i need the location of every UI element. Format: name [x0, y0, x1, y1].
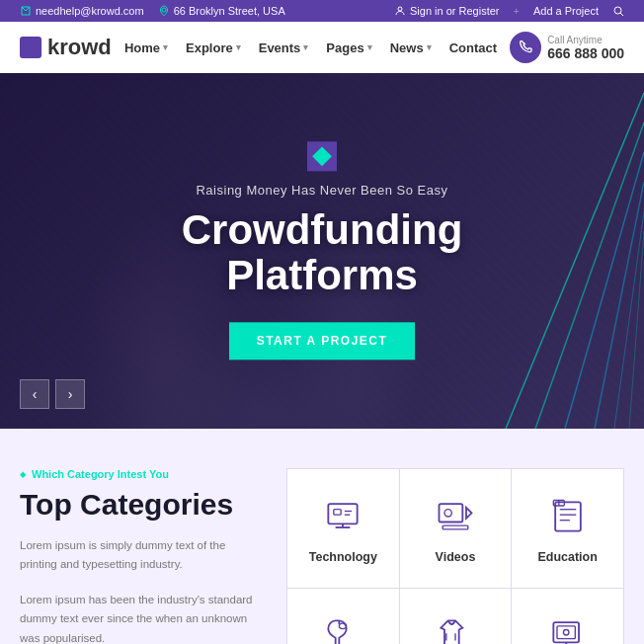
- call-label: Call Anytime: [547, 35, 624, 45]
- categories-desc-1: Lorem ipsum is simply dummy text of the …: [20, 536, 257, 575]
- nav-links: Home ▾ Explore ▾ Events ▾ Pages ▾ News ▾…: [124, 40, 497, 55]
- categories-section: Which Category Intest You Top Categories…: [0, 429, 644, 644]
- location-icon: [158, 5, 170, 17]
- hero-section: Raising Money Has Never Been So Easy Cro…: [0, 73, 644, 429]
- svg-point-21: [444, 509, 451, 516]
- search-icon: [612, 5, 624, 17]
- add-project-text: Add a Project: [533, 5, 599, 17]
- svg-marker-19: [466, 508, 472, 519]
- technology-label: Technology: [309, 550, 377, 564]
- hero-subtitle: Raising Money Has Never Been So Easy: [124, 183, 520, 198]
- call-anytime: Call Anytime 666 888 000: [510, 32, 624, 63]
- address-item: 66 Broklyn Street, USA: [158, 5, 285, 17]
- categories-title: Top Categories: [20, 488, 257, 523]
- category-videos[interactable]: Videos: [400, 469, 512, 588]
- hero-accent-icon: [307, 141, 337, 171]
- top-bar: needhelp@krowd.com 66 Broklyn Street, US…: [0, 0, 644, 22]
- logo[interactable]: krowd: [20, 35, 112, 60]
- fashion-svg: [434, 613, 477, 644]
- add-project-item[interactable]: Add a Project: [533, 5, 599, 17]
- medical-svg: [321, 613, 364, 644]
- phone-icon: [518, 40, 533, 55]
- next-slide-button[interactable]: ›: [55, 379, 85, 409]
- fashion-icon: [432, 611, 479, 644]
- email-item[interactable]: needhelp@krowd.com: [20, 5, 144, 17]
- education-svg: [546, 495, 590, 538]
- categories-desc-2: Lorem ipsum has been the industry's stan…: [20, 591, 257, 644]
- technology-svg: [321, 495, 364, 538]
- svg-point-1: [398, 7, 402, 11]
- top-bar-divider: +: [514, 5, 520, 17]
- category-design[interactable]: Design: [512, 589, 623, 644]
- categories-grid: Technology Videos: [286, 468, 624, 644]
- prev-slide-button[interactable]: ‹: [20, 379, 49, 409]
- technology-icon: [319, 493, 366, 540]
- logo-icon: [20, 37, 41, 58]
- category-fashion[interactable]: Fashion: [400, 589, 512, 644]
- which-category-label: Which Category Intest You: [20, 468, 257, 480]
- logo-text: krowd: [47, 35, 112, 60]
- svg-rect-20: [443, 525, 468, 529]
- medical-icon: [319, 611, 366, 644]
- svg-point-2: [614, 7, 621, 14]
- search-item[interactable]: [612, 5, 624, 17]
- top-bar-left: needhelp@krowd.com 66 Broklyn Street, US…: [20, 5, 285, 17]
- design-icon: [544, 611, 592, 644]
- videos-label: Videos: [436, 550, 476, 564]
- svg-point-0: [162, 8, 166, 12]
- svg-rect-22: [555, 502, 581, 530]
- nav-events[interactable]: Events ▾: [259, 40, 309, 55]
- education-label: Education: [537, 550, 597, 564]
- nav-contact[interactable]: Contact: [449, 40, 497, 55]
- svg-line-5: [535, 122, 644, 429]
- categories-left-panel: Which Category Intest You Top Categories…: [20, 468, 257, 644]
- chevron-down-icon: ▾: [163, 42, 168, 52]
- design-svg: [546, 613, 590, 644]
- svg-rect-12: [329, 504, 358, 523]
- category-education[interactable]: Education: [512, 469, 623, 588]
- hero-content: Raising Money Has Never Been So Easy Cro…: [124, 141, 520, 360]
- videos-svg: [434, 495, 477, 538]
- svg-point-36: [563, 630, 569, 636]
- svg-line-4: [506, 93, 644, 429]
- nav-home[interactable]: Home ▾: [124, 40, 168, 55]
- signin-item[interactable]: Sign in or Register: [394, 5, 500, 17]
- videos-icon: [432, 493, 479, 540]
- education-icon: [544, 493, 592, 540]
- email-text: needhelp@krowd.com: [36, 5, 144, 17]
- call-number: 666 888 000: [547, 45, 624, 61]
- signin-text: Sign in or Register: [410, 5, 500, 17]
- svg-line-9: [629, 231, 644, 429]
- category-medical[interactable]: Medical: [287, 589, 399, 644]
- chevron-down-icon: ▾: [236, 42, 241, 52]
- hero-title: Crowdfunding Platforms: [124, 207, 520, 298]
- svg-rect-15: [334, 509, 341, 515]
- svg-rect-18: [439, 504, 462, 522]
- user-icon: [394, 5, 406, 17]
- navbar: krowd Home ▾ Explore ▾ Events ▾ Pages ▾ …: [0, 22, 644, 73]
- hero-arrows: ‹ ›: [20, 379, 85, 409]
- svg-rect-33: [557, 626, 575, 639]
- address-text: 66 Broklyn Street, USA: [174, 5, 285, 17]
- top-bar-right: Sign in or Register + Add a Project: [394, 5, 624, 17]
- start-project-button[interactable]: START A PROJECT: [229, 323, 416, 361]
- email-icon: [20, 5, 32, 17]
- svg-line-8: [614, 211, 644, 429]
- phone-icon-circle: [510, 32, 541, 63]
- call-info: Call Anytime 666 888 000: [547, 35, 624, 61]
- chevron-down-icon: ▾: [427, 42, 432, 52]
- svg-line-3: [620, 13, 623, 16]
- nav-news[interactable]: News ▾: [390, 40, 432, 55]
- nav-pages[interactable]: Pages ▾: [326, 40, 371, 55]
- category-technology[interactable]: Technology: [287, 469, 399, 588]
- nav-explore[interactable]: Explore ▾: [186, 40, 241, 55]
- chevron-down-icon: ▾: [367, 42, 372, 52]
- chevron-down-icon: ▾: [303, 42, 308, 52]
